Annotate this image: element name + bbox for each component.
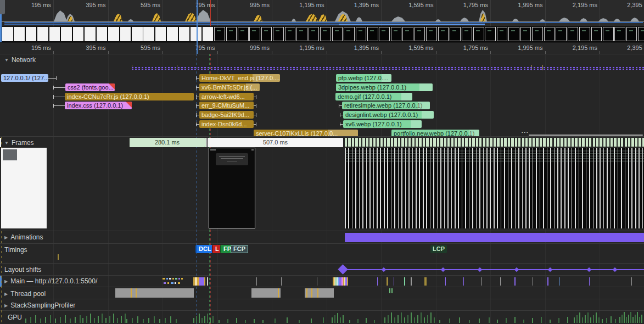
filmstrip-frame[interactable] bbox=[261, 27, 272, 41]
network-request-bar[interactable]: portfolio.new.webp (127.0.0.1) bbox=[391, 130, 479, 136]
filmstrip-frame[interactable] bbox=[520, 27, 531, 41]
frame-duration-stripe[interactable] bbox=[529, 138, 531, 147]
filmstrip-frame[interactable] bbox=[191, 27, 201, 41]
filmstrip-frame[interactable] bbox=[155, 27, 166, 41]
frame-duration-stripe[interactable] bbox=[472, 138, 474, 147]
frame-duration-stripe[interactable] bbox=[416, 138, 418, 147]
frame-duration-stripe[interactable] bbox=[437, 138, 439, 147]
layout-shifts-track[interactable]: Layout shifts bbox=[0, 263, 644, 275]
frame-duration-stripe[interactable] bbox=[408, 138, 411, 147]
timing-marker-fcp[interactable]: FCP bbox=[231, 245, 248, 253]
stack-sampling-track[interactable]: ▶StackSamplingProfiler bbox=[0, 299, 644, 310]
filmstrip-frame[interactable] bbox=[61, 27, 72, 41]
main-event[interactable] bbox=[387, 277, 388, 286]
filmstrip-frame[interactable] bbox=[285, 27, 296, 41]
frame-duration-stripe[interactable] bbox=[618, 138, 620, 147]
overview-left-grip[interactable] bbox=[0, 0, 5, 14]
layout-shift-diamond[interactable] bbox=[548, 267, 552, 272]
frame-duration-stripe[interactable] bbox=[366, 138, 368, 147]
filmstrip-frame[interactable] bbox=[73, 27, 84, 41]
network-request-bar[interactable]: designlint.webp (127.0.0.1) bbox=[343, 111, 434, 119]
network-request-bar[interactable]: index-CCNu7cRr.js (127.0.0.1) bbox=[65, 93, 194, 100]
frames-track[interactable]: ▼Frames 280.1 ms507.0 ms bbox=[0, 136, 644, 231]
frame-duration-stripe[interactable] bbox=[525, 138, 528, 147]
frame-duration-stripe[interactable] bbox=[593, 138, 595, 147]
frame-duration-stripe[interactable] bbox=[423, 138, 425, 147]
filmstrip-frame[interactable] bbox=[273, 27, 284, 41]
network-resize-dots[interactable]: ••• bbox=[522, 130, 529, 134]
frame-duration-stripe[interactable] bbox=[540, 138, 542, 147]
main-event[interactable] bbox=[377, 277, 378, 286]
network-request-bar[interactable]: demo.gif (127.0.0.1) bbox=[335, 93, 412, 100]
frame-duration-stripe[interactable] bbox=[412, 138, 415, 147]
main-event[interactable] bbox=[347, 277, 348, 286]
frame-duration-stripe[interactable] bbox=[433, 138, 435, 147]
frame-duration-stripe[interactable] bbox=[614, 138, 616, 147]
network-request-bar[interactable]: 3dpipes.webp (127.0.0.1) bbox=[336, 83, 433, 91]
filmstrip-frame[interactable] bbox=[26, 27, 37, 41]
frame-duration-stripe[interactable] bbox=[348, 138, 350, 147]
frame-duration-stripe[interactable] bbox=[387, 138, 389, 147]
main-event[interactable] bbox=[411, 277, 412, 286]
network-request-bar[interactable]: pfp.webp (127.0.... bbox=[336, 74, 391, 82]
main-event[interactable] bbox=[204, 277, 205, 286]
filmstrip-frame[interactable] bbox=[226, 27, 237, 41]
network-request-bar[interactable]: index-Dsn0k6d... bbox=[199, 120, 254, 128]
frame-duration-stripe[interactable] bbox=[394, 138, 396, 147]
filmstrip-frame[interactable] bbox=[132, 27, 143, 41]
animation-bar[interactable] bbox=[345, 233, 644, 242]
main-event[interactable] bbox=[207, 277, 208, 286]
main-event[interactable] bbox=[533, 277, 533, 286]
frame-duration-stripe[interactable] bbox=[550, 138, 552, 147]
overview-filmstrip[interactable] bbox=[0, 26, 644, 42]
network-track[interactable]: ▼Network 127.0.0.1/ (127....css2 (fonts.… bbox=[0, 54, 644, 136]
frame-duration-stripe[interactable] bbox=[384, 138, 386, 147]
frame-duration-stripe[interactable] bbox=[543, 138, 545, 147]
filmstrip-frame[interactable] bbox=[402, 27, 413, 41]
frame-duration-stripe[interactable] bbox=[458, 138, 460, 147]
main-event[interactable] bbox=[404, 277, 405, 286]
main-event[interactable] bbox=[317, 277, 317, 286]
frame-duration-stripe[interactable] bbox=[391, 138, 393, 147]
frame-thumbnail-dark[interactable] bbox=[209, 148, 255, 228]
layout-shift-diamond[interactable] bbox=[382, 267, 386, 272]
network-request-bar[interactable]: css2 (fonts.goo... bbox=[65, 83, 115, 91]
frame-duration-stripe[interactable] bbox=[582, 138, 584, 147]
layout-shift-diamond-large[interactable] bbox=[338, 264, 348, 274]
filmstrip-frame[interactable] bbox=[532, 27, 543, 41]
frame-thumbnail-white[interactable] bbox=[1, 148, 47, 228]
frame-duration-stripe[interactable] bbox=[440, 138, 443, 147]
main-event[interactable] bbox=[424, 277, 427, 286]
frame-duration-stripe[interactable] bbox=[547, 138, 549, 147]
frame-duration-stripe[interactable] bbox=[625, 138, 627, 147]
filmstrip-frame[interactable] bbox=[179, 27, 190, 41]
frame-duration-stripe[interactable] bbox=[419, 138, 421, 147]
network-request-bar[interactable]: badge-5ai2IK9d... bbox=[199, 111, 254, 119]
frame-duration-stripe[interactable] bbox=[518, 138, 520, 147]
frame-duration-stripe[interactable] bbox=[352, 138, 354, 147]
main-event[interactable] bbox=[199, 277, 204, 286]
network-request-bar[interactable]: xv6.webp (127.0.0.1) bbox=[343, 120, 422, 128]
filmstrip-frame[interactable] bbox=[309, 27, 320, 41]
filmstrip-frame[interactable] bbox=[167, 27, 178, 41]
timings-track[interactable]: Timings DCLLFPFCPLCP bbox=[0, 243, 644, 263]
filmstrip-frame[interactable] bbox=[438, 27, 449, 41]
animations-track[interactable]: ▶Animations bbox=[0, 231, 644, 243]
overview-cursor-blue[interactable] bbox=[197, 0, 198, 54]
frame-duration-stripe[interactable] bbox=[430, 138, 432, 147]
filmstrip-frame[interactable] bbox=[568, 27, 579, 41]
layout-shift-diamond[interactable] bbox=[441, 267, 445, 272]
filmstrip-frame[interactable] bbox=[120, 27, 131, 41]
timeline-overview[interactable]: 195 ms395 ms595 ms795 ms995 ms1,195 ms1,… bbox=[0, 0, 644, 54]
frame-duration-stripe[interactable] bbox=[447, 138, 450, 147]
frame-duration-stripe[interactable] bbox=[455, 138, 457, 147]
filmstrip-frame[interactable] bbox=[296, 27, 307, 41]
frame-duration-stripe[interactable] bbox=[564, 138, 567, 147]
filmstrip-frame[interactable] bbox=[320, 27, 331, 41]
frame-duration-stripe[interactable] bbox=[589, 138, 591, 147]
layout-shift-diamond[interactable] bbox=[587, 267, 591, 272]
filmstrip-frame[interactable] bbox=[579, 27, 590, 41]
filmstrip-frame[interactable] bbox=[462, 27, 473, 41]
frame-duration-stripe[interactable] bbox=[405, 138, 407, 147]
filmstrip-frame[interactable] bbox=[508, 27, 519, 41]
